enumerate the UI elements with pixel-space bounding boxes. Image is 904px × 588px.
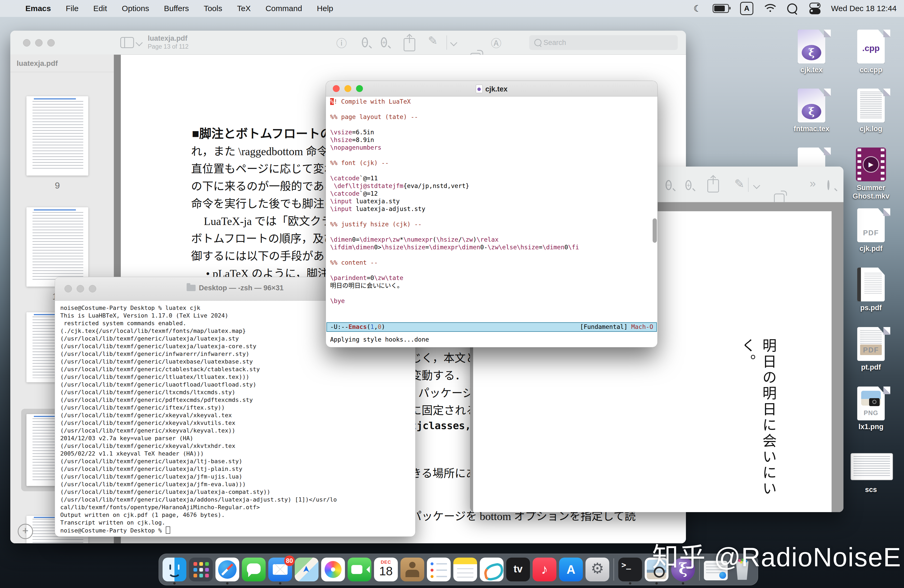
pdf-text-line: 変動する． [411,367,466,383]
desktop-icon-scs[interactable]: scs [846,449,896,494]
menu-item-command[interactable]: Command [266,4,302,13]
sidebar-toggle-button[interactable] [120,37,134,48]
dock-item-facetime[interactable] [348,554,371,585]
folder-icon [186,285,196,291]
dock-item-mail[interactable]: 80 [268,554,292,585]
markup-chevron-icon[interactable] [753,182,760,189]
spotlight-search-icon[interactable] [787,3,797,13]
scrollbar-thumb[interactable] [653,218,657,243]
input-source-icon[interactable]: A [740,2,753,15]
dock-item-settings[interactable] [585,554,609,585]
emacs-titlebar[interactable]: cjk.tex [326,81,657,96]
terminal-line: noise@Costume-Party Desktop % [60,526,337,534]
markup-pencil-icon[interactable]: ✎ [734,177,744,191]
menu-item-edit[interactable]: Edit [93,4,107,13]
desktop-icon-fntmac.tex[interactable]: ξfntmac.tex [786,89,837,133]
terminal-output[interactable]: noise@Costume-Party Desktop % luatex cjk… [60,304,337,534]
markup-chevron-icon[interactable] [450,39,457,46]
share-icon[interactable] [404,38,415,51]
dock-item-launchpad[interactable] [189,554,213,585]
desktop-icon-cjk.log[interactable]: cjk.log [846,89,896,133]
running-indicator-dot [656,582,658,585]
search-icon[interactable] [827,179,830,190]
dock-item-safari[interactable] [215,554,239,585]
desktop-icon-cjk.pdf[interactable]: PDFcjk.pdf [846,208,896,253]
running-indicator-dot [629,582,632,585]
terminal-line: (/usr/local/lib/texmf/generic/luatexja/a… [60,496,337,503]
dock-item-calendar[interactable]: DEC18 [374,554,398,585]
dock-item-appstore[interactable] [559,554,583,585]
terminal-line: (/usr/local/lib/texmf/generic/luaotfload… [60,381,337,388]
desktop-icon-cc.cpp[interactable]: .cppcc.cpp [846,30,896,74]
terminal-line: (/usr/local/lib/texmf/generic/luatexja/l… [60,335,337,342]
dock-item-terminal[interactable] [618,554,642,585]
menu-item-options[interactable]: Options [122,4,149,13]
wifi-icon[interactable] [765,4,776,13]
control-center-icon[interactable] [808,3,820,14]
desktop-icon-pt.pdf[interactable]: PDFpt.pdf [846,327,896,371]
emacs-buffer[interactable]: %! Compile with LuaTeX %% page layout (t… [330,98,579,305]
dock-item-appletv[interactable] [506,554,530,585]
dock-item-finder[interactable] [163,554,186,585]
menu-item-emacs[interactable]: Emacs [25,4,51,13]
menu-item-file[interactable]: File [66,4,79,13]
desktop-icon-Summer Ghost.mkv[interactable]: Summer Ghost.mkv [846,147,896,201]
dock-divider [613,558,614,581]
menu-clock[interactable]: Wed Dec 18 12:44 [831,4,897,13]
battery-icon[interactable] [713,4,729,13]
markup-pencil-icon[interactable]: ✎ [428,34,438,47]
emacs-echo-area: Applying style hooks...done [330,336,429,343]
sidebar-zoom-button[interactable]: + [18,524,33,539]
zoom-in-icon[interactable]: + [685,179,691,190]
menu-item-help[interactable]: Help [317,4,333,13]
emacs-buffer-line: \nopagenumbers [330,144,579,152]
terminal-line: (/usr/local/lib/texmf/generic/luatexja/l… [60,488,337,496]
page-thumbnail-10[interactable] [27,207,88,287]
zoom-out-icon[interactable]: − [665,179,672,190]
dock-item-messages[interactable] [242,554,266,585]
terminal-line: (/usr/local/lib/texmf/generic/ctablestac… [60,365,337,373]
dock-item-photos[interactable] [321,554,345,585]
terminal-line: (/usr/local/lib/texmf/generic/luatexbase… [60,358,337,365]
emacs-buffer-line: \bye [330,297,579,305]
annotate-icon[interactable]: Ⓐ [491,35,501,50]
overflow-chevrons-icon[interactable]: » [810,177,816,190]
calendar-icon: DEC18 [374,558,398,582]
menu-item-tools[interactable]: Tools [204,4,222,13]
share-icon[interactable] [707,179,719,193]
dock-item-freeform[interactable] [480,554,504,585]
page-thumbnail-9[interactable] [27,96,88,175]
menu-item-tex[interactable]: TeX [237,4,251,13]
emacs-buffer-line: %% page layout (tate) -- [330,113,579,121]
zoom-in-icon[interactable]: + [381,36,387,47]
desktop-icon-cjk.tex[interactable]: ξcjk.tex [786,30,837,74]
running-indicator-dot [226,582,229,585]
pdf-text-line: ボトムフロートの順序，及び \ [191,229,341,246]
desktop-icon-ps.pdf[interactable]: ps.pdf [846,267,896,312]
emacs-buffer-line: \input luatexja-adjust.sty [330,205,579,213]
sidebar-chevron-icon[interactable] [136,39,143,46]
terminal-line: (/usr/local/lib/texmf/generic/iftex/ifte… [60,404,337,411]
contacts-icon [400,558,424,582]
appletv-icon [506,558,530,582]
window-controls[interactable] [23,39,55,47]
sidebar-filename: luatexja.pdf [17,59,58,68]
terminal-line: 2005/02/22 v1.1 xkeyval TeX header (HA))… [60,450,337,457]
focus-moon-icon[interactable]: ☾ [694,3,702,14]
menu-item-buffers[interactable]: Buffers [164,4,189,13]
dock-item-music[interactable] [533,554,556,585]
watermark: 知乎 @RadioNoiseE [652,536,901,574]
search-icon [534,39,541,46]
calendar-day: 18 [374,564,398,578]
pdf-text-line: LuaTeX-ja では「欧文クラス [204,212,343,228]
emacs-buffer-line: \hsize=8.9in [330,136,579,144]
dock-item-notes[interactable] [453,554,477,585]
dock-item-maps[interactable] [295,554,319,585]
desktop-icon-label: Summer Ghost.mkv [846,183,896,201]
zoom-out-icon[interactable]: − [362,36,368,47]
info-icon[interactable]: ⓘ [336,35,347,50]
dock-item-reminders[interactable] [427,554,451,585]
search-field[interactable]: Search [529,35,678,50]
desktop-icon-lx1.png[interactable]: PNGlx1.png [846,387,896,431]
dock-item-contacts[interactable] [400,554,424,585]
